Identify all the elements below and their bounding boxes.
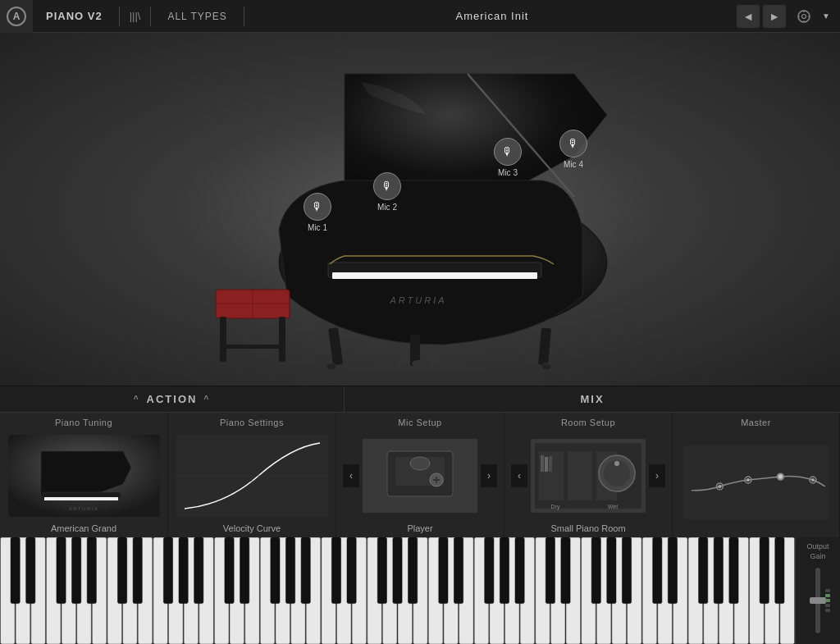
svg-text:ARTURIA: ARTURIA [67, 506, 98, 511]
room-setup-panel: Room Setup ‹ [504, 413, 673, 538]
svg-rect-9 [332, 272, 537, 279]
svg-rect-119 [133, 537, 142, 604]
meter-bar-1 [825, 589, 830, 592]
svg-rect-135 [485, 537, 494, 604]
piano-settings-title: Piano Settings [220, 418, 284, 427]
keyboard-area: // Inline keyboard drawing OutputGain [0, 537, 840, 644]
room-setup-prev-button[interactable]: ‹ [511, 464, 527, 487]
svg-rect-139 [561, 537, 570, 604]
mix-label: MIX [580, 393, 604, 405]
mic4-label: Mic 4 [564, 160, 583, 169]
top-bar: A PIANO V2 |||\ ALL TYPES American Init … [0, 0, 840, 33]
mic2-label: Mic 2 [377, 203, 397, 212]
svg-rect-46 [549, 456, 552, 472]
gain-meter [825, 589, 830, 612]
svg-rect-115 [57, 537, 66, 604]
svg-rect-52 [683, 446, 829, 519]
next-preset-button[interactable]: ► [763, 5, 786, 28]
output-gain-label: OutputGain [806, 542, 829, 561]
svg-rect-149 [775, 537, 784, 604]
piano-settings-content[interactable] [175, 432, 329, 519]
svg-rect-124 [240, 537, 249, 604]
mic3-label: Mic 3 [498, 168, 518, 177]
svg-rect-134 [454, 537, 463, 604]
bottom-controls: ^ ACTION ^ MIX Piano Tuning [0, 386, 840, 537]
gain-track[interactable] [815, 568, 820, 633]
svg-rect-141 [607, 537, 616, 604]
svg-rect-118 [117, 537, 126, 604]
settings-icon[interactable] [792, 5, 815, 28]
svg-rect-113 [11, 537, 20, 604]
mic-setup-panel: Mic Setup ‹ [336, 413, 504, 538]
mic1-indicator[interactable]: 🎙 Mic 1 [304, 193, 331, 232]
svg-point-35 [410, 457, 430, 470]
room-setup-content: ‹ [511, 432, 665, 519]
meter-bar-5 [825, 609, 830, 612]
preset-nav: ◄ ► [737, 5, 786, 28]
mic2-indicator[interactable]: 🎙 Mic 2 [373, 172, 401, 212]
bars-icon: |||\ [123, 10, 148, 22]
svg-rect-114 [26, 537, 35, 604]
logo-button[interactable]: A [0, 0, 33, 33]
mic4-indicator[interactable]: 🎙 Mic 4 [559, 130, 587, 169]
action-collapse-right-icon: ^ [203, 395, 210, 404]
mix-section-header[interactable]: MIX [345, 386, 840, 412]
dropdown-arrow-icon[interactable]: ▼ [822, 11, 830, 21]
piano-tuning-content[interactable]: ARTURIA [7, 432, 161, 519]
svg-rect-142 [622, 537, 631, 604]
gain-thumb[interactable] [810, 597, 826, 604]
mic-setup-next-button[interactable]: › [481, 464, 497, 487]
meter-bar-2 [825, 594, 830, 597]
master-title: Master [741, 418, 771, 427]
svg-rect-27 [44, 497, 118, 500]
svg-text:Wet: Wet [608, 504, 618, 509]
divider [119, 7, 120, 26]
svg-rect-24 [220, 345, 285, 349]
svg-rect-138 [546, 537, 555, 604]
svg-text:ARTURIA: ARTURIA [389, 295, 446, 305]
svg-rect-125 [271, 537, 280, 604]
piano-tuning-thumbnail: ARTURIA [8, 435, 160, 517]
velocity-curve-display [176, 435, 328, 517]
preset-type-button[interactable]: ALL TYPES [154, 11, 240, 22]
svg-rect-121 [179, 537, 188, 604]
mic-setup-prev-button[interactable]: ‹ [343, 464, 359, 487]
svg-rect-132 [409, 537, 418, 604]
svg-point-15 [412, 360, 425, 367]
svg-rect-122 [194, 537, 203, 604]
prev-preset-button[interactable]: ◄ [737, 5, 760, 28]
svg-point-58 [746, 478, 750, 482]
gain-slider-container [799, 561, 837, 639]
top-right-controls: ▼ [792, 5, 840, 28]
svg-text:Dry: Dry [551, 504, 560, 510]
svg-rect-133 [439, 537, 448, 604]
mic-setup-title: Mic Setup [398, 418, 441, 427]
keyboard-svg[interactable]: // Inline keyboard drawing [0, 537, 795, 644]
mic-setup-label: Player [407, 523, 432, 533]
action-label: ACTION [147, 393, 198, 405]
svg-rect-127 [301, 537, 310, 604]
piano-settings-panel: Piano Settings Velocity Curve [168, 413, 336, 538]
svg-rect-12 [538, 327, 551, 365]
svg-rect-126 [285, 537, 294, 604]
svg-rect-123 [225, 537, 234, 604]
svg-rect-137 [515, 537, 524, 604]
piano-tuning-label: American Grand [51, 523, 116, 533]
svg-rect-130 [377, 537, 386, 604]
bench [212, 285, 281, 371]
keys-container[interactable]: // Inline keyboard drawing [0, 537, 795, 644]
action-section-header[interactable]: ^ ACTION ^ [0, 386, 345, 412]
svg-rect-147 [729, 537, 738, 604]
preset-name: American Init [248, 10, 737, 22]
mic-setup-thumbnail [363, 439, 477, 513]
master-content[interactable] [679, 432, 833, 533]
action-collapse-left-icon: ^ [134, 395, 140, 404]
svg-rect-131 [393, 537, 402, 604]
svg-rect-128 [331, 537, 340, 604]
meter-bar-4 [825, 604, 830, 607]
svg-rect-117 [87, 537, 96, 604]
logo-icon: A [7, 7, 26, 26]
divider3 [244, 7, 244, 26]
mic3-indicator[interactable]: 🎙 Mic 3 [494, 138, 522, 177]
room-setup-next-button[interactable]: › [649, 464, 665, 487]
